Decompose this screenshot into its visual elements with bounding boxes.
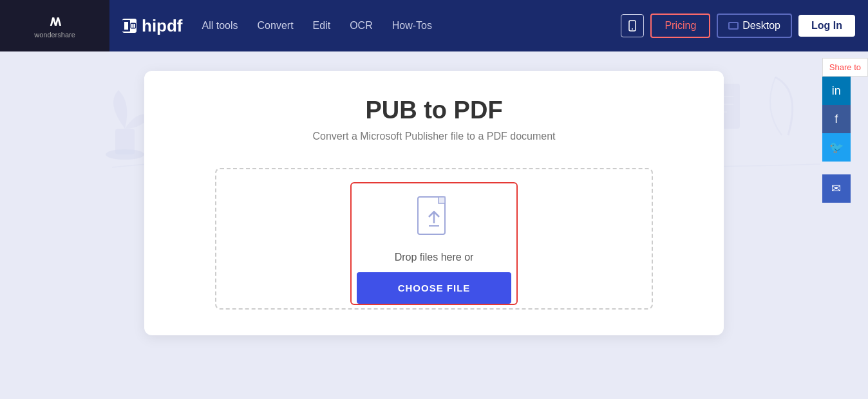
file-drop-area[interactable]: Drop files here or CHOOSE FILE — [350, 182, 518, 305]
page-title: PUB to PDF — [365, 97, 502, 124]
nav-links: All tools Convert Edit OCR How-Tos — [202, 20, 621, 32]
share-twitter-button[interactable]: 🐦 — [822, 133, 851, 162]
logo-box: ʍ wondershare — [0, 0, 109, 51]
desktop-button[interactable]: Desktop — [717, 14, 792, 38]
page-subtitle: Convert a Microsoft Publisher file to a … — [312, 131, 555, 142]
share-linkedin-button[interactable]: in — [822, 77, 851, 105]
share-sidebar: Share to in f 🐦 ✉ — [822, 58, 868, 203]
phone-icon-button[interactable] — [621, 14, 644, 37]
choose-file-button[interactable]: CHOOSE FILE — [357, 272, 511, 304]
main-content: PUB to PDF Convert a Microsoft Publisher… — [0, 51, 868, 399]
share-email-button[interactable]: ✉ — [822, 174, 851, 203]
share-label: Share to — [822, 58, 868, 77]
upload-card: PUB to PDF Convert a Microsoft Publisher… — [144, 71, 724, 335]
nav-how-tos[interactable]: How-Tos — [392, 20, 432, 32]
wondershare-label: wondershare — [34, 31, 75, 39]
hipdf-icon — [122, 19, 137, 33]
mail-icon: ✉ — [831, 181, 841, 196]
nav-edit[interactable]: Edit — [313, 20, 331, 32]
drop-zone[interactable]: Drop files here or CHOOSE FILE — [215, 168, 653, 310]
twitter-icon: 🐦 — [829, 140, 844, 154]
nav-right: Pricing Desktop Log In — [621, 14, 855, 38]
pricing-button[interactable]: Pricing — [650, 14, 710, 38]
share-facebook-button[interactable]: f — [822, 105, 851, 133]
navbar: ʍ wondershare hipdf All tools Convert Ed… — [0, 0, 868, 51]
hipdf-brand[interactable]: hipdf — [122, 16, 183, 36]
linkedin-icon: in — [832, 84, 841, 98]
nav-convert[interactable]: Convert — [258, 20, 294, 32]
nav-all-tools[interactable]: All tools — [202, 20, 238, 32]
svg-rect-22 — [439, 197, 445, 203]
drop-files-text: Drop files here or — [395, 252, 474, 263]
hipdf-name: hipdf — [142, 16, 183, 36]
desktop-icon — [728, 22, 739, 30]
svg-point-3 — [632, 28, 633, 30]
nav-ocr[interactable]: OCR — [350, 20, 373, 32]
wondershare-logo-icon: ʍ — [50, 13, 60, 30]
upload-icon — [415, 196, 453, 241]
login-button[interactable]: Log In — [798, 15, 855, 37]
facebook-icon: f — [835, 113, 838, 126]
